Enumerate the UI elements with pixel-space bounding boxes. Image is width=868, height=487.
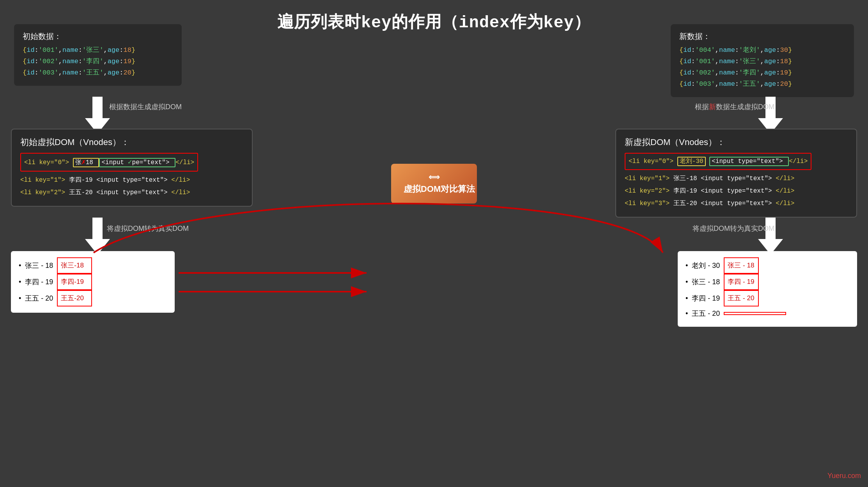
new-text-red: 新 <box>709 103 716 111</box>
new-vdom-highlighted-row: <li key="0"> 老刘-30 <input type="text"> <… <box>625 153 811 170</box>
new-data-line-2: {id:'001',name:'张三',age:18} <box>679 56 845 67</box>
real-dom-left: • 张三 - 18 张三-18 • 李四 - 19 李四-19 • 王五 - 2… <box>11 251 175 313</box>
left-arrow-label-1: 根据数据生成虚拟DOM <box>109 102 182 112</box>
init-vdom-box: 初始虚拟DOM（Vnodes）： <li key="0"> 张✗18 <inpu… <box>11 129 253 207</box>
real-dom-right-item-1: • 老刘 - 30 张三 - 18 <box>686 257 849 274</box>
real-dom-left-input-3[interactable]: 王五-20 <box>57 290 92 306</box>
watermark: Yueru.com <box>827 472 861 480</box>
init-vdom-title: 初始虚拟DOM（Vnodes）： <box>20 136 243 148</box>
left-down-arrow-1 <box>85 97 110 134</box>
init-vdom-line-2: <li key="1"> 李四-19 <input type="text"> <… <box>20 174 243 186</box>
init-data-line-2: {id:'002',name:'李四',age:19} <box>23 56 173 67</box>
real-dom-right-input-4[interactable] <box>724 312 786 315</box>
diff-algorithm-text: 虚拟DOM对比算法 <box>404 183 464 195</box>
right-arrow-label-1: 根据新数据生成虚拟DOM <box>695 102 774 112</box>
real-dom-left-item-3: • 王五 - 20 王五-20 <box>19 290 167 306</box>
new-data-line-3: {id:'002',name:'李四',age:19} <box>679 67 845 79</box>
init-data-line-1: {id:'001',name:'张三',age:18} <box>23 45 173 56</box>
real-dom-right-input-1[interactable]: 张三 - 18 <box>724 257 759 274</box>
new-vdom-line-2: <li key="1"> 张三-18 <input type="text"> <… <box>625 172 848 185</box>
init-data-label: 初始数据： <box>23 31 173 42</box>
real-dom-left-input-2[interactable]: 李四-19 <box>57 274 92 290</box>
real-dom-right-input-3[interactable]: 王五 - 20 <box>724 290 759 306</box>
real-dom-right-item-4: • 王五 - 20 <box>686 306 849 321</box>
real-dom-right: • 老刘 - 30 张三 - 18 • 张三 - 18 李四 - 19 • 李四… <box>678 251 857 327</box>
new-data-box: 新数据： {id:'004',name:'老刘',age:30} {id:'00… <box>671 24 854 97</box>
init-vdom-highlighted-row: <li key="0"> 张✗18 <input ✓pe="text"> </l… <box>20 153 198 172</box>
new-vdom-title: 新虚拟DOM（Vnodes）： <box>625 136 848 148</box>
diff-algorithm-label: ⟺ 虚拟DOM对比算法 <box>391 164 477 204</box>
init-vdom-line-3: <li key="2"> 王五-20 <input type="text"> <… <box>20 186 243 199</box>
init-data-box: 初始数据： {id:'001',name:'张三',age:18} {id:'0… <box>14 24 182 86</box>
left-down-arrow-2 <box>85 218 110 255</box>
real-dom-left-input-1[interactable]: 张三-18 <box>57 257 92 274</box>
new-vdom-line-4: <li key="3"> 王五-20 <input type="text"> <… <box>625 197 848 210</box>
real-dom-left-item-2: • 李四 - 19 李四-19 <box>19 274 167 290</box>
diff-arrow-icon: ⟺ <box>404 172 464 182</box>
init-data-line-3: {id:'003',name:'王五',age:20} <box>23 67 173 79</box>
right-down-arrow-2 <box>758 218 783 255</box>
real-dom-left-item-1: • 张三 - 18 张三-18 <box>19 257 167 274</box>
new-data-line-1: {id:'004',name:'老刘',age:30} <box>679 45 845 56</box>
new-data-line-4: {id:'003',name:'王五',age:20} <box>679 79 845 90</box>
real-dom-right-item-3: • 李四 - 19 王五 - 20 <box>686 290 849 306</box>
left-convert-label: 将虚拟DOM转为真实DOM <box>107 224 189 233</box>
real-dom-right-item-2: • 张三 - 18 李四 - 19 <box>686 274 849 290</box>
real-dom-right-input-2[interactable]: 李四 - 19 <box>724 274 759 290</box>
new-vdom-box: 新虚拟DOM（Vnodes）： <li key="0"> 老刘-30 <inpu… <box>615 129 857 218</box>
right-convert-label: 将虚拟DOM转为真实DOM <box>693 224 774 233</box>
new-vdom-line-3: <li key="2"> 李四-19 <input type="text"> <… <box>625 185 848 197</box>
new-data-label: 新数据： <box>679 31 845 42</box>
